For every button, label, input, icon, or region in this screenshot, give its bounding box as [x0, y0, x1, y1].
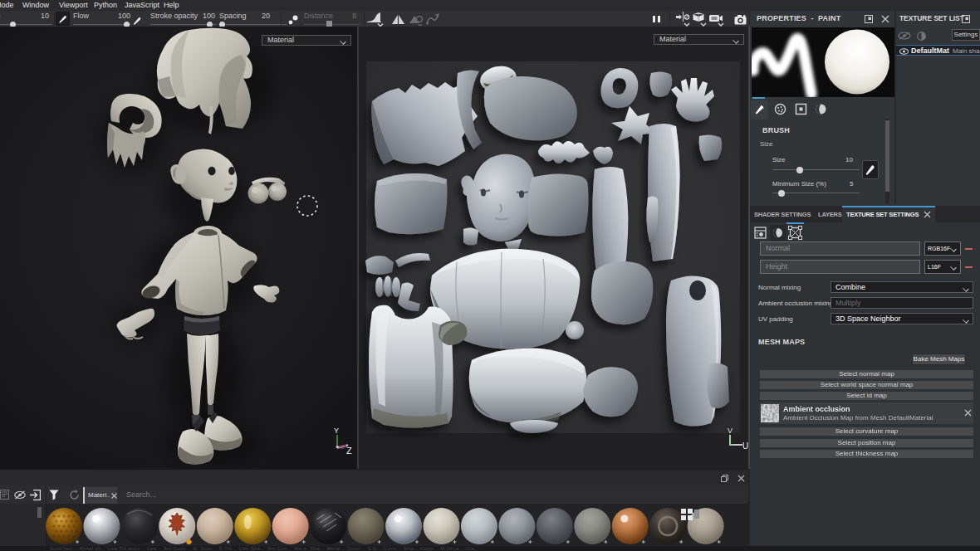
svg-text:Z: Z — [346, 446, 352, 456]
svg-text:Y: Y — [334, 427, 339, 435]
svg-text:x: x — [341, 443, 344, 451]
svg-text:V: V — [728, 427, 733, 435]
svg-text:U: U — [742, 441, 748, 451]
